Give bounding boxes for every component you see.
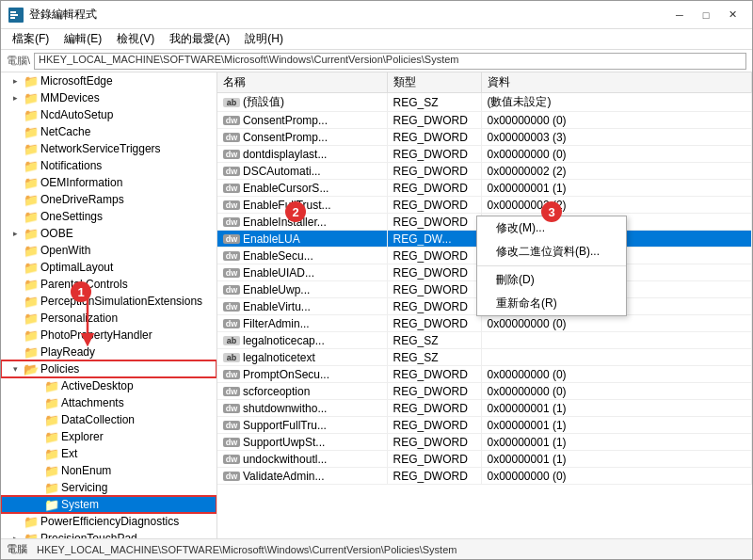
tree-item-8[interactable]: 📁OneSettings [1,208,216,225]
status-path: HKEY_LOCAL_MACHINE\SOFTWARE\Microsoft\Wi… [37,544,457,555]
address-path[interactable]: HKEY_LOCAL_MACHINE\SOFTWARE\Microsoft\Wi… [34,53,746,70]
reg-row-21[interactable]: dw undockwithoutl...REG_DWORD0x00000001 … [217,451,752,468]
tree-item-15[interactable]: 📁PhotoPropertyHandler [1,327,216,344]
expand-btn-17[interactable]: ▾ [8,362,22,376]
tree-item-16[interactable]: 📁PlayReady [1,344,216,360]
ctx-item-3[interactable]: 重新命名(R) [477,292,626,315]
tree-item-25[interactable]: 📁System [1,496,216,513]
expand-btn-12[interactable] [8,278,22,291]
reg-row-13[interactable]: dw FilterAdmin...REG_DWORD0x00000000 (0) [217,315,752,332]
expand-btn-22[interactable] [29,447,42,460]
reg-row-4[interactable]: dw DSCAutomati...REG_DWORD0x00000002 (2) [217,163,752,180]
expand-btn-16[interactable] [8,345,22,359]
folder-icon-2: 📁 [24,108,39,121]
tree-item-20[interactable]: 📁DataCollection [1,411,216,428]
tree-item-7[interactable]: 📁OneDriveRamps [1,191,216,208]
reg-type-3: REG_DWORD [387,146,481,163]
tree-item-1[interactable]: ▸📁MMDevices [1,89,216,106]
tree-item-17[interactable]: ▾📂Policies [1,360,216,377]
reg-row-19[interactable]: dw SupportFullTru...REG_DWORD0x00000001 … [217,417,752,434]
tree-item-18[interactable]: 📁ActiveDesktop [1,377,216,394]
reg-row-17[interactable]: dw scforceoptionREG_DWORD0x00000000 (0) [217,383,752,400]
reg-row-5[interactable]: dw EnableCursorS...REG_DWORD0x00000001 (… [217,180,752,197]
tree-item-22[interactable]: 📁Ext [1,445,216,462]
expand-btn-25[interactable] [29,498,42,511]
reg-row-6[interactable]: dw EnableFullTrust...REG_DWORD0x00000002… [217,197,752,214]
menu-file[interactable]: 檔案(F) [5,29,56,49]
reg-name-6: dw EnableFullTrust... [217,197,387,214]
menu-help[interactable]: 說明(H) [237,29,291,49]
menu-view[interactable]: 檢視(V) [109,29,162,49]
reg-row-22[interactable]: dw ValidateAdmin...REG_DWORD0x00000000 (… [217,468,752,485]
expand-btn-18[interactable] [29,379,42,392]
reg-row-14[interactable]: ab legalnoticecap...REG_SZ [217,332,752,349]
close-button[interactable]: ✕ [720,5,745,25]
expand-btn-15[interactable] [8,328,22,342]
folder-icon-14: 📁 [24,312,39,325]
tree-item-10[interactable]: 📁OpenWith [1,242,216,259]
tree-item-23[interactable]: 📁NonEnum [1,462,216,479]
tree-item-14[interactable]: 📁Personalization [1,310,216,327]
expand-btn-20[interactable] [29,413,42,426]
reg-data-13: 0x00000000 (0) [481,315,752,332]
expand-btn-23[interactable] [29,464,42,477]
maximize-button[interactable]: □ [694,5,718,25]
reg-row-3[interactable]: dw dontdisplaylast...REG_DWORD0x00000000… [217,146,752,163]
tree-item-13[interactable]: 📁PerceptionSimulationExtensions [1,293,216,310]
tree-item-27[interactable]: ▸📁PrecisionTouchPad [1,530,216,538]
reg-row-1[interactable]: dw ConsentPromp...REG_DWORD0x00000000 (0… [217,112,752,129]
expand-btn-2[interactable] [8,108,22,121]
reg-row-16[interactable]: dw PromptOnSecu...REG_DWORD0x00000000 (0… [217,366,752,383]
reg-name-17: dw scforceoption [217,383,387,400]
minimize-button[interactable]: ─ [667,5,692,25]
expand-btn-7[interactable] [8,193,22,206]
tree-item-19[interactable]: 📁Attachments [1,394,216,411]
folder-icon-25: 📁 [44,498,59,511]
reg-row-20[interactable]: dw SupportUwpSt...REG_DWORD0x00000001 (1… [217,434,752,451]
expand-btn-9[interactable]: ▸ [8,227,22,240]
folder-icon-7: 📁 [24,193,39,206]
expand-btn-26[interactable] [8,515,22,528]
expand-btn-24[interactable] [29,481,42,494]
tree-item-5[interactable]: 📁Notifications [1,157,216,174]
expand-btn-3[interactable] [8,125,22,138]
expand-btn-27[interactable]: ▸ [8,532,22,538]
tree-item-24[interactable]: 📁Servicing [1,479,216,496]
tree-item-12[interactable]: 📁Parental Controls [1,276,216,293]
tree-item-21[interactable]: 📁Explorer [1,428,216,445]
reg-row-0[interactable]: ab (預設值)REG_SZ(數值未設定) [217,93,752,112]
expand-btn-21[interactable] [29,430,42,443]
folder-icon-5: 📁 [24,159,39,172]
ctx-item-1[interactable]: 修改二進位資料(B)... [477,240,626,264]
reg-row-2[interactable]: dw ConsentPromp...REG_DWORD0x00000003 (3… [217,129,752,146]
ctx-item-0[interactable]: 修改(M)... [477,216,626,240]
expand-btn-1[interactable]: ▸ [8,91,22,104]
expand-btn-19[interactable] [29,396,42,409]
reg-row-15[interactable]: ab legalnoticetextREG_SZ [217,349,752,366]
menu-favorites[interactable]: 我的最愛(A) [162,29,237,49]
expand-btn-10[interactable] [8,244,22,257]
menu-edit[interactable]: 編輯(E) [56,29,109,49]
expand-btn-13[interactable] [8,295,22,308]
tree-item-2[interactable]: 📁NcdAutoSetup [1,106,216,123]
svg-rect-1 [10,11,16,13]
folder-icon-22: 📁 [44,447,59,460]
tree-item-11[interactable]: 📁OptimalLayout [1,259,216,276]
expand-btn-8[interactable] [8,210,22,223]
tree-item-26[interactable]: 📁PowerEfficiencyDiagnostics [1,513,216,530]
expand-btn-5[interactable] [8,159,22,172]
tree-item-9[interactable]: ▸📁OOBE [1,225,216,242]
ctx-item-2[interactable]: 刪除(D) [477,268,626,292]
expand-btn-0[interactable]: ▸ [8,74,22,88]
reg-row-18[interactable]: dw shutdownwitho...REG_DWORD0x00000001 (… [217,400,752,417]
expand-btn-14[interactable] [8,312,22,325]
expand-btn-11[interactable] [8,261,22,274]
tree-item-6[interactable]: 📁OEMInformation [1,174,216,191]
tree-item-0[interactable]: ▸📁MicrosoftEdge [1,72,216,89]
expand-btn-6[interactable] [8,176,22,189]
expand-btn-4[interactable] [8,142,22,155]
context-menu: 修改(M)...修改二進位資料(B)...刪除(D)重新命名(R) [476,216,627,316]
tree-item-4[interactable]: 📁NetworkServiceTriggers [1,140,216,157]
reg-name-5: dw EnableCursorS... [217,180,387,197]
tree-item-3[interactable]: 📁NetCache [1,123,216,140]
